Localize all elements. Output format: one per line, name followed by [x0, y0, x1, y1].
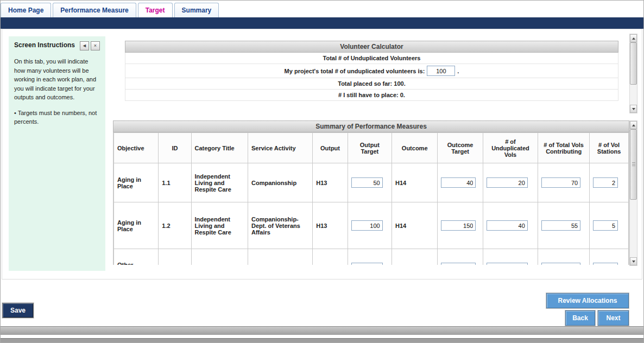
performance-summary-content: Summary of Performance Measures Objectiv… [113, 120, 629, 266]
cell-outcome: H14 [392, 163, 437, 202]
volunteer-calculator-title: Volunteer Calculator [125, 41, 618, 53]
table-row: Aging in Place 1.2 Independent Living an… [114, 202, 629, 249]
cell-service: Serving Non- [248, 249, 313, 265]
cell-service: Companionship-Dept. of Veterans Affairs [248, 202, 313, 249]
unduplicated-vols-input[interactable] [487, 220, 528, 231]
output-target-input[interactable] [351, 263, 383, 265]
col-header-output: Output [313, 133, 348, 163]
cell-output: H13 [313, 202, 348, 249]
unduplicated-volunteers-suffix: . [457, 68, 459, 74]
col-header-total-vols-contributing: # of Total Vols Contributing [538, 133, 590, 163]
vol-stations-input[interactable] [593, 177, 618, 188]
table-row: Aging in Place 1.1 Independent Living an… [114, 163, 629, 202]
save-button[interactable]: Save [2, 303, 34, 318]
status-bar [1, 326, 643, 335]
table-row: Other Healthy 2.1 Other Serving Non- OT2 [114, 249, 629, 265]
footer-actions: Save Review Allocations Back Next [1, 280, 643, 326]
col-header-vol-stations: # of Vol Stations [590, 133, 629, 163]
cell-id: 1.2 [159, 202, 191, 249]
screen-instructions-title: Screen Instructions [14, 41, 78, 49]
screen-instructions-header: Screen Instructions ◄ × [14, 41, 100, 50]
unduplicated-volunteers-row: My project's total # of unduplicated vol… [125, 64, 618, 78]
next-button[interactable]: Next [598, 310, 629, 326]
back-button[interactable]: Back [565, 310, 595, 326]
performance-summary-title: Summary of Performance Measures [113, 120, 629, 132]
tab-performance-measure[interactable]: Performance Measure [53, 3, 136, 17]
cell-id: 2.1 [159, 249, 191, 265]
unduplicated-vols-input[interactable] [487, 177, 528, 188]
summary-scrollbar[interactable] [629, 120, 637, 266]
summary-scroll-thumb[interactable] [630, 129, 637, 200]
screen-instructions-panel: Screen Instructions ◄ × On this tab, you… [9, 36, 105, 271]
performance-summary-table-viewport: Objective ID Category Title Service Acti… [113, 132, 629, 265]
scroll-down-icon[interactable] [630, 105, 637, 113]
still-to-place-text: # I still have to place: 0. [125, 90, 618, 101]
cell-outcome: H14 [392, 202, 437, 249]
scroll-up-icon[interactable] [630, 34, 637, 42]
total-placed-text: Total placed so far: 100. [125, 78, 618, 90]
instructions-close-button[interactable]: × [91, 41, 100, 50]
cell-category: Independent Living and Respite Care [191, 202, 248, 249]
col-header-objective: Objective [114, 133, 159, 163]
calculator-scroll-thumb[interactable] [630, 42, 637, 85]
col-header-service-activity: Service Activity [248, 133, 313, 163]
tab-home-page[interactable]: Home Page [1, 3, 51, 17]
table-header-row: Objective ID Category Title Service Acti… [114, 133, 629, 163]
total-vols-input[interactable] [541, 177, 580, 188]
outcome-target-input[interactable] [441, 220, 476, 231]
scroll-up-icon[interactable] [630, 121, 637, 129]
unduplicated-volunteers-label: My project's total # of unduplicated vol… [285, 68, 425, 74]
content-area: Screen Instructions ◄ × On this tab, you… [2, 29, 642, 280]
col-header-outcome-target: Outcome Target [438, 133, 483, 163]
performance-summary-table: Objective ID Category Title Service Acti… [113, 132, 629, 265]
total-vols-input[interactable] [541, 220, 580, 231]
col-header-outcome: Outcome [392, 133, 437, 163]
vol-stations-input[interactable] [593, 220, 618, 231]
outcome-target-input[interactable] [441, 177, 476, 188]
unduplicated-vols-input[interactable] [487, 263, 528, 265]
calculator-scrollbar[interactable] [629, 34, 637, 113]
tab-bar: Home Page Performance Measure Target Sum… [1, 1, 643, 17]
volunteer-calculator-panel: Volunteer Calculator Total # of Unduplic… [113, 34, 637, 113]
tab-summary[interactable]: Summary [174, 3, 219, 17]
cell-output: OT2 [313, 249, 348, 265]
review-allocations-button[interactable]: Review Allocations [546, 293, 629, 308]
volunteer-calculator-content: Volunteer Calculator Total # of Unduplic… [113, 34, 629, 113]
scroll-down-icon[interactable] [630, 257, 637, 265]
output-target-input[interactable] [351, 177, 383, 188]
cell-objective: Aging in Place [114, 163, 159, 202]
vol-stations-input[interactable] [593, 263, 618, 265]
performance-summary-panel: Summary of Performance Measures Objectiv… [113, 120, 637, 266]
calculator-subtitle: Total # of Unduplicated Volunteers [125, 53, 618, 64]
total-vols-input[interactable] [541, 263, 580, 265]
col-header-id: ID [159, 133, 191, 163]
bottom-edge-bar [1, 338, 643, 342]
tab-target[interactable]: Target [138, 3, 173, 17]
instructions-paragraph-1: On this tab, you will indicate how many … [14, 57, 100, 102]
output-target-input[interactable] [351, 220, 383, 231]
cell-category: Independent Living and Respite Care [191, 163, 248, 202]
header-bar [1, 17, 643, 29]
cell-id: 1.1 [159, 163, 191, 202]
col-header-output-target: Output Target [348, 133, 392, 163]
instructions-prev-button[interactable]: ◄ [80, 41, 89, 50]
cell-service: Companionship [248, 163, 313, 202]
cell-output: H13 [313, 163, 348, 202]
cell-objective: Aging in Place [114, 202, 159, 249]
outcome-target-input[interactable] [441, 263, 476, 265]
cell-category: Other [191, 249, 248, 265]
cell-outcome [392, 249, 437, 265]
main-panel: Volunteer Calculator Total # of Unduplic… [113, 34, 637, 274]
col-header-category-title: Category Title [191, 133, 248, 163]
instructions-paragraph-2: • Targets must be numbers, not percents. [14, 109, 100, 126]
cell-objective: Other Healthy [114, 249, 159, 265]
unduplicated-volunteers-input[interactable] [427, 66, 455, 76]
app-window: Home Page Performance Measure Target Sum… [0, 0, 644, 343]
col-header-unduplicated-vols: # of Unduplicated Vols [483, 133, 538, 163]
